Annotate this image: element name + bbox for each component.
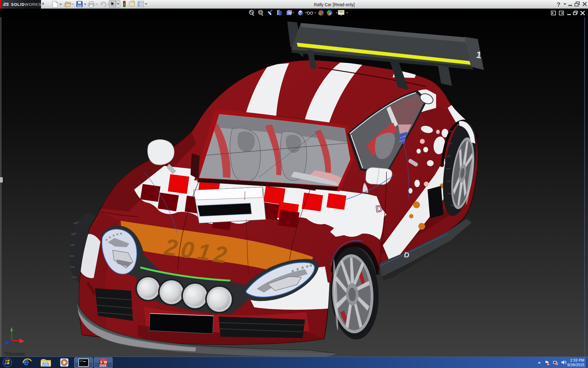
svg-text:?: ? bbox=[557, 1, 560, 8]
svg-text:D: D bbox=[375, 203, 383, 214]
svg-text:C:\: C:\ bbox=[80, 360, 83, 362]
svg-text:S: S bbox=[100, 360, 102, 364]
svg-text:W: W bbox=[104, 360, 107, 364]
svg-text:6/26/2015: 6/26/2015 bbox=[567, 363, 584, 367]
svg-text:2015: 2015 bbox=[100, 364, 107, 367]
svg-text:*Dimetric: *Dimetric bbox=[4, 351, 25, 357]
svg-text:2:33 PM: 2:33 PM bbox=[570, 358, 584, 362]
